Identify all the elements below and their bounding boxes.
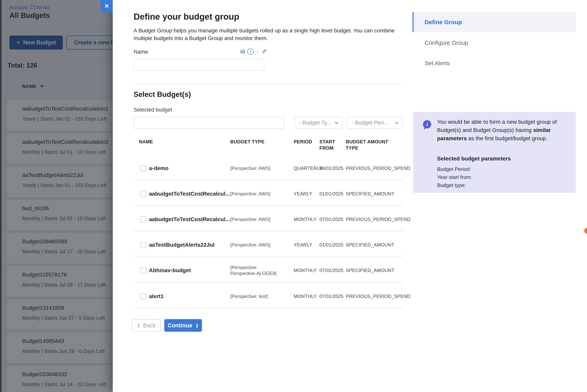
table-row[interactable]: aaTestBudgetAlerts22Jul [Perspective: AW…: [134, 234, 403, 257]
col-header-name: NAME: [139, 139, 153, 145]
row-type: [Perspective: AWS]: [230, 208, 278, 231]
row-type: [Perspective: test]: [230, 285, 278, 308]
info-subtitle: Selected budget parameters: [437, 156, 511, 162]
row-name: Abhinav-budget: [149, 259, 191, 282]
row-checkbox[interactable]: [140, 268, 146, 274]
modal-backdrop[interactable]: [0, 0, 113, 392]
row-start: 01/01/2025: [320, 182, 344, 205]
col-header-amount: BUDGET AMOUNT TYPE: [346, 139, 395, 151]
table-row[interactable]: Abhinav-budget [Perspective: Perspective…: [134, 259, 403, 282]
modal-title: Define your budget group: [134, 12, 239, 22]
id-label: Id: [240, 48, 245, 55]
param-budget-type: Budget type:: [437, 182, 466, 188]
row-period: MONTHLY: [294, 259, 317, 282]
info-icon: i: [423, 120, 431, 128]
step-set-alerts[interactable]: Set Alerts: [424, 59, 450, 67]
continue-label: Continue: [168, 322, 192, 329]
row-amount: SPECIFIED_AMOUNT: [346, 182, 394, 205]
row-period: MONTHLY: [294, 285, 317, 308]
chevron-down-icon: [395, 120, 398, 124]
row-checkbox[interactable]: [140, 165, 146, 172]
edit-id-icon[interactable]: ✎: [262, 48, 267, 56]
back-label: Back: [143, 322, 156, 329]
select-budgets-title: Select Budget(s): [134, 90, 191, 98]
row-type: [Perspective: AWS]: [230, 234, 278, 256]
row-name: aaTestBudgetAlerts22Jul: [149, 234, 214, 256]
selected-budget-label: Selected budget: [134, 107, 172, 113]
budget-search-input[interactable]: [134, 117, 284, 129]
group-name-input[interactable]: [134, 59, 264, 71]
row-type: [Perspective: AWS]: [230, 182, 278, 205]
id-info-icon[interactable]: i: [247, 48, 254, 55]
row-checkbox[interactable]: [140, 242, 146, 248]
close-icon: ✕: [104, 2, 109, 10]
name-label: Name: [134, 49, 148, 55]
row-start: 06/01/2025: [320, 157, 344, 180]
step-label: Define Group: [424, 19, 462, 26]
table-row[interactable]: aabudgetToTestCostRecalcul... [Perspecti…: [134, 208, 403, 231]
row-checkbox[interactable]: [140, 191, 146, 197]
col-header-period: PERIOD: [294, 139, 312, 145]
row-start: 01/01/2025: [320, 234, 344, 256]
chevron-down-icon: [334, 120, 338, 124]
chevron-left-icon: ❮: [137, 323, 140, 328]
section-divider: [134, 84, 401, 84]
row-amount: PREVIOUS_PERIOD_SPEND: [346, 208, 410, 231]
row-amount: SPECIFIED_AMOUNT: [346, 259, 394, 282]
row-checkbox[interactable]: [140, 294, 146, 300]
row-period: QUARTERLY: [294, 157, 322, 180]
row-start: 07/01/2025: [320, 208, 344, 231]
row-amount: PREVIOUS_PERIOD_SPEND: [346, 285, 410, 308]
row-type: [Perspective: Perspective-ALOGE8]: [230, 259, 278, 282]
chevron-right-icon: ❯: [196, 323, 198, 328]
param-budget-period: Budget Period:: [437, 166, 471, 172]
budget-group-modal: Define your budget group A Budget Group …: [113, 0, 587, 392]
budget-type-select-value: - Budget Ty...: [299, 120, 331, 126]
info-text-part2: as the first budget/budget group.: [467, 135, 548, 142]
row-checkbox[interactable]: [140, 216, 146, 222]
row-period: MONTHLY: [294, 208, 317, 231]
close-button[interactable]: ✕: [100, 0, 113, 12]
budget-type-select[interactable]: - Budget Ty...: [294, 117, 342, 129]
info-panel: i You would be able to form a new budget…: [413, 112, 576, 193]
info-text: You would be able to form a new budget g…: [437, 118, 569, 142]
screen: Account: CCM-NG All Budgets + New Budget…: [0, 0, 587, 392]
id-group: Id i : ✎: [240, 48, 267, 56]
continue-button[interactable]: Continue ❯: [164, 319, 202, 332]
step-define-group[interactable]: Define Group: [412, 12, 576, 32]
row-name: aabudgetToTestCostRecalcul...: [149, 208, 230, 231]
row-amount: SPECIFIED_AMOUNT: [346, 234, 394, 256]
row-start: 07/01/2025: [320, 259, 344, 282]
budget-period-select[interactable]: - Budget Peri...: [347, 117, 403, 129]
step-label: Configure Group: [424, 40, 468, 46]
row-name: aabudgetToTestCostRecalcul...: [149, 182, 230, 205]
param-year-start: Year start from:: [437, 174, 472, 180]
col-header-type: BUDGET TYPE: [230, 139, 264, 145]
row-amount: PREVIOUS_PERIOD_SPEND: [346, 157, 410, 180]
row-start: 07/01/2025: [320, 285, 344, 308]
step-label: Set Alerts: [424, 60, 450, 66]
row-name: alert1: [149, 285, 164, 308]
col-header-start: START FROM: [320, 139, 343, 151]
table-row[interactable]: aabudgetToTestCostRecalcul... [Perspecti…: [134, 182, 403, 206]
table-row[interactable]: a-demo [Perspective: AWS] QUARTERLY 06/0…: [134, 157, 403, 180]
budget-period-select-value: - Budget Peri...: [352, 120, 388, 126]
back-button[interactable]: ❮ Back: [132, 319, 161, 332]
row-period: YEARLY: [294, 234, 312, 256]
modal-description: A Budget Group helps you manage multiple…: [134, 27, 403, 42]
info-icon-glyph: i: [426, 121, 428, 128]
row-period: YEARLY: [294, 182, 312, 205]
row-name: a-demo: [149, 157, 168, 180]
window-edge: [0, 0, 2, 392]
row-type: [Perspective: AWS]: [230, 157, 278, 180]
id-colon: :: [256, 48, 258, 55]
step-configure-group[interactable]: Configure Group: [424, 39, 468, 47]
table-row[interactable]: alert1 [Perspective: test] MONTHLY 07/01…: [134, 285, 403, 308]
